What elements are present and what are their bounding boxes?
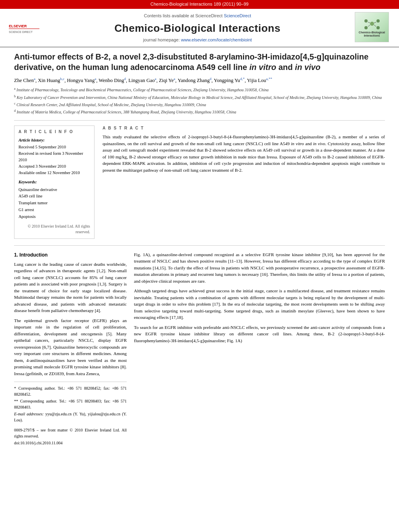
svg-text:SCIENCE DIRECT: SCIENCE DIRECT xyxy=(9,31,33,33)
doi-line: doi:10.1016/j.cbi.2010.11.004 xyxy=(14,440,127,446)
elsevier-logo-area: ELSEVIER SCIENCE DIRECT xyxy=(8,22,40,35)
svg-rect-2 xyxy=(9,29,39,29)
abstract-text: This study evaluated the selective effec… xyxy=(103,134,385,173)
affiliation-b: b Key Laboratory of Cancer Prevention an… xyxy=(14,94,385,101)
introduction-title: 1. Introduction xyxy=(14,251,127,259)
received-revised-date: Received in revised form 3 November 2010 xyxy=(19,150,90,162)
molecule-graphic xyxy=(362,17,382,31)
authors-line: Zhe Chena, Xin Huangb,c, Hongyu Yanga, W… xyxy=(14,76,385,84)
intro-paragraph-1: Lung cancer is the leading cause of canc… xyxy=(14,261,127,314)
journal-logo-area: Chemico-BiologicalInteractions xyxy=(355,12,391,44)
journal-citation-bar: Chemico-Biological Interactions 189 (201… xyxy=(0,0,399,9)
svg-line-9 xyxy=(368,22,370,23)
article-info-heading: A R T I C L E I N F O xyxy=(19,129,90,135)
svg-line-12 xyxy=(374,25,376,27)
journal-homepage-link[interactable]: www.elsevier.com/locate/chembioint xyxy=(181,37,252,42)
keyword-5: Apoptosis xyxy=(19,214,90,220)
footnote-2: ** Corresponding author. Tel.: +86 571 8… xyxy=(14,398,127,410)
right-paragraph-2: Although targeted drugs have achieved gr… xyxy=(134,288,385,321)
footnotes: * Corresponding author. Tel.: +86 571 88… xyxy=(14,382,127,446)
available-online-date: Available online 12 November 2010 xyxy=(19,170,90,176)
main-content: 1. Introduction Lung cancer is the leadi… xyxy=(14,245,385,447)
affiliation-d: d Institute of Materia Medica, College o… xyxy=(14,109,385,115)
article-info-abstract-section: A R T I C L E I N F O Article history: R… xyxy=(14,125,385,239)
affiliations: a Institute of Pharmacology, Toxicology … xyxy=(14,86,385,120)
svg-text:ELSEVIER: ELSEVIER xyxy=(9,24,27,28)
elsevier-logo: ELSEVIER SCIENCE DIRECT xyxy=(8,22,40,35)
issn-line: 0009-2797/$ – see front matter © 2010 El… xyxy=(14,427,127,439)
history-heading: Article history: xyxy=(19,137,90,143)
affiliation-a: a Institute of Pharmacology, Toxicology … xyxy=(14,86,385,93)
svg-point-7 xyxy=(364,26,368,29)
journal-logo-title: Chemico-BiologicalInteractions xyxy=(359,31,385,38)
svg-point-6 xyxy=(376,19,380,23)
journal-title-area: Contents lists available at ScienceDirec… xyxy=(40,13,355,44)
accepted-date: Accepted 3 November 2010 xyxy=(19,163,90,169)
right-paragraph-3: To search for an EGFR inhibitor with pre… xyxy=(134,324,385,344)
journal-citation-text: Chemico-Biological Interactions 189 (201… xyxy=(150,2,249,6)
keyword-3: Transplant tumor xyxy=(19,200,90,207)
svg-point-5 xyxy=(364,19,368,23)
introduction-section: 1. Introduction Lung cancer is the leadi… xyxy=(14,251,385,447)
journal-homepage: journal homepage: www.elsevier.com/locat… xyxy=(40,37,355,43)
footnote-1: * Corresponding author. Tel.: +86 571 88… xyxy=(14,385,127,397)
such-word: such xyxy=(265,308,274,313)
contents-line: Contents lists available at ScienceDirec… xyxy=(40,13,355,19)
abstract-column: A B S T R A C T This study evaluated the… xyxy=(103,125,385,239)
svg-line-10 xyxy=(374,22,376,23)
keywords-heading: Keywords: xyxy=(19,179,90,185)
journal-logo-box: Chemico-BiologicalInteractions xyxy=(355,12,389,42)
copyright-line: © 2010 Elsevier Ireland Ltd. All rights … xyxy=(19,224,90,235)
received-date: Received 5 September 2010 xyxy=(19,144,90,150)
svg-point-4 xyxy=(370,22,374,26)
article-info-column: A R T I C L E I N F O Article history: R… xyxy=(14,125,95,239)
main-text-right: Fig. 1A), a quinazoline-derived compound… xyxy=(134,251,385,447)
keywords-list: Quinazoline derivative A549 cell line Tr… xyxy=(19,187,90,220)
abstract-heading: A B S T R A C T xyxy=(103,125,385,131)
intro-paragraph-2: The epidermal growth factor receptor (EG… xyxy=(14,317,127,377)
article-info-box: A R T I C L E I N F O Article history: R… xyxy=(14,125,95,239)
affiliation-c: c Clinical Research Center, 2nd Affiliat… xyxy=(14,101,385,108)
keyword-4: G1 arrest xyxy=(19,207,90,214)
email-footnote: E-mail addresses: yyu@zju.edu.cn (Y. Yu)… xyxy=(14,411,127,423)
keyword-1: Quinazoline derivative xyxy=(19,187,90,193)
journal-header: ELSEVIER SCIENCE DIRECT Contents lists a… xyxy=(0,9,399,47)
svg-point-8 xyxy=(376,26,380,29)
main-text-left: 1. Introduction Lung cancer is the leadi… xyxy=(14,251,127,447)
article-title: Anti-tumor effects of B-2, a novel 2,3-d… xyxy=(14,51,385,72)
svg-line-11 xyxy=(368,25,370,27)
article-body: Anti-tumor effects of B-2, a novel 2,3-d… xyxy=(0,47,399,455)
keyword-2: A549 cell line xyxy=(19,193,90,200)
sciencedirect-link[interactable]: ScienceDirect xyxy=(224,13,251,18)
right-paragraph-1: Fig. 1A), a quinazoline-derived compound… xyxy=(134,251,385,285)
journal-title: Chemico-Biological Interactions xyxy=(40,21,355,36)
